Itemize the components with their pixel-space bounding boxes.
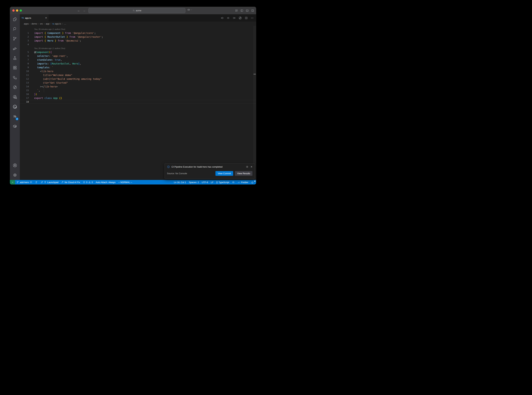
code-text: export class App {} [34,96,62,100]
branch-status-item[interactable]: add-hero [15,180,34,184]
cursor-position-label: Ln 18, Col 1 [174,181,186,184]
indentation-status-item[interactable]: Spaces: 2 [188,180,200,184]
vim-mode-status-item[interactable]: -- NORMAL -- [117,180,134,184]
encoding-status-item[interactable]: UTF-8 [200,180,210,184]
zoom-window-button[interactable] [20,9,22,12]
code-text: @Component({ [34,50,52,54]
code-text: import { RouterOutlet } from '@angular/r… [34,35,103,39]
auto-attach-status-item[interactable]: Auto Attach: Always [94,180,117,184]
sidebar-item-run-debug[interactable] [10,44,20,53]
notification-settings-gear-icon[interactable] [246,165,248,168]
close-window-button[interactable] [12,9,15,12]
notification-dot [254,181,255,182]
sidebar-item-testing[interactable] [10,53,20,63]
editor-scrollbar[interactable] [253,26,256,180]
accounts-button[interactable] [10,160,20,170]
code-line[interactable]: 6 selector: 'app-root', [20,54,256,58]
blame-annotation-row[interactable]: You, 26 minutes ago | 1 author (You) [20,46,256,50]
code-text: title="Welcmoe demo" [34,73,72,77]
view-commit-button[interactable]: View Commit [215,171,233,176]
line-number: 8 [20,62,29,66]
sidebar-item-gitlens-search[interactable] [10,92,20,102]
sidebar-item-project-structure[interactable] [10,73,20,82]
line-number: 10 [20,69,29,73]
title-bar[interactable]: ← → acme [10,7,256,14]
code-line[interactable]: 10 <lib-hero [20,69,256,73]
sidebar-item-containers[interactable] [10,121,20,131]
code-line[interactable]: 12 subtitle="Build something amazing tod… [20,77,256,81]
code-line[interactable]: 13 cta="Get Started" [20,81,256,85]
code-line[interactable]: 9 template: ` [20,66,256,69]
view-results-button[interactable]: View Results [235,171,253,176]
cursor-position-status-item[interactable]: Ln 18, Col 1 [172,180,188,184]
sidebar-item-nx-console[interactable]: N› 2 [10,112,20,121]
blame-annotation-row[interactable]: You, 26 minutes ago | 1 author (You) [20,27,256,31]
search-icon [133,9,135,12]
code-line[interactable]: 2import { RouterOutlet } from '@angular/… [20,35,256,39]
commit-graph-status-item[interactable] [34,180,39,184]
breadcrumb-item[interactable]: apps [24,22,29,25]
back-arrow-icon[interactable]: ← [77,9,80,12]
tab-app-ts[interactable]: TS app.ts ✕ [20,14,49,22]
tab-label: app.ts [25,17,44,19]
source-control-graph-icon[interactable] [239,16,242,20]
sidebar-item-source-control[interactable] [10,34,20,44]
notifications-bell-status-item[interactable] [250,180,255,184]
code-line[interactable]: 8 imports: [RouterOutlet, Hero], [20,62,256,66]
sidebar-item-edge-tools[interactable] [10,102,20,112]
indent-guide [44,54,44,92]
code-text: `, [34,88,40,92]
nx-cloud-status-item[interactable]: Nx Cloud AI Fix [60,180,81,184]
formatter-status-item[interactable]: Prettier [236,180,250,184]
problems-status-item[interactable]: 0 0 [81,180,94,184]
code-line[interactable]: 18 [20,100,256,104]
settings-button[interactable] [10,170,20,180]
breadcrumb-item[interactable]: TSapp.ts [52,22,61,25]
remote-indicator[interactable] [10,180,15,184]
code-line[interactable]: 17export class App {} [20,96,256,100]
sidebar-item-explorer[interactable] [10,14,20,24]
command-center-search[interactable]: acme [88,8,185,13]
search-icon [13,27,17,31]
code-line[interactable]: 7 standalone: true, [20,58,256,62]
code-line[interactable]: 15 `, [20,88,256,92]
nx-icon: N› [14,115,16,118]
code-line[interactable]: 11 title="Welcmoe demo" [20,73,256,77]
code-line[interactable]: 4 [20,43,256,46]
breadcrumb-item[interactable]: app [46,22,49,25]
line-number: 5 [20,50,29,54]
warning-icon [88,181,91,183]
sidebar-item-extensions[interactable] [10,63,20,73]
toggle-panel-icon[interactable] [246,9,249,12]
line-number: 13 [20,81,29,85]
code-line[interactable]: 14 ></lib-hero> [20,85,256,88]
copilot-status-item[interactable] [231,180,236,184]
split-editor-icon[interactable] [245,16,248,19]
language-status-item[interactable]: {} TypeScript [215,180,231,184]
forward-arrow-icon[interactable]: → [83,9,86,12]
more-actions-icon[interactable] [251,16,254,19]
previous-change-icon[interactable] [221,16,224,19]
sidebar-item-source-control-graph[interactable] [10,82,20,92]
close-tab-icon[interactable]: ✕ [45,17,47,19]
breadcrumb-item[interactable]: … [64,22,66,25]
current-change-icon[interactable] [227,16,230,19]
sidebar-item-search[interactable] [10,24,20,34]
breadcrumb-item[interactable]: demo [32,22,37,25]
code-line[interactable]: 1import { Component } from '@angular/cor… [20,31,256,35]
code-editor[interactable]: You, 26 minutes ago | 1 author (You)1imp… [20,26,256,180]
toggle-secondary-sidebar-icon[interactable] [251,9,254,12]
code-line[interactable]: 5@Component({ [20,50,256,54]
breadcrumb-item[interactable]: src [40,22,43,25]
customize-layout-icon[interactable] [235,9,238,12]
notification-close-icon[interactable]: ✕ [251,165,253,168]
next-change-icon[interactable] [233,16,236,19]
minimize-window-button[interactable] [16,9,18,12]
eol-status-item[interactable]: LF [209,180,215,184]
code-line[interactable]: 16}) [20,92,256,96]
launchpad-status-item[interactable]: Launchpad [39,180,60,184]
copilot-menu-button[interactable] [187,8,192,11]
code-line[interactable]: 3import { Hero } from '@acme/ui'; [20,39,256,43]
plug-icon [44,181,46,183]
toggle-primary-sidebar-icon[interactable] [241,9,243,12]
